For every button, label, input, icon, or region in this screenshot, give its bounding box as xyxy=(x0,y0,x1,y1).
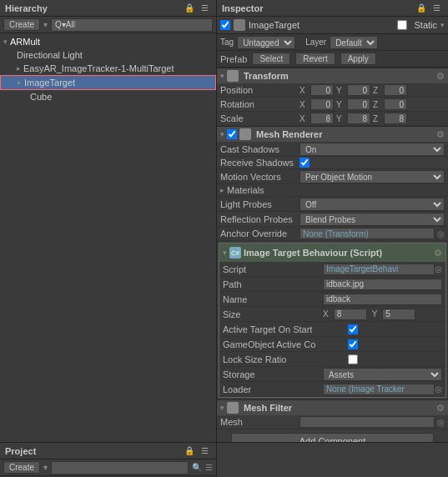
object-icon xyxy=(234,19,245,31)
revert-btn[interactable]: Revert xyxy=(295,53,335,65)
mesh-renderer-checkbox[interactable] xyxy=(227,129,237,139)
inspector-title: Inspector xyxy=(222,3,264,13)
scale-y-input[interactable] xyxy=(347,113,370,124)
loader-target-icon[interactable]: ◎ xyxy=(435,384,442,394)
rot-x-input[interactable] xyxy=(310,98,334,110)
transform-gear-icon[interactable]: ⚙ xyxy=(436,71,445,82)
static-dropdown-icon[interactable]: ▾ xyxy=(440,21,445,29)
inspector-menu-icon[interactable]: ☰ xyxy=(430,3,443,13)
anchor-override-label: Anchor Override xyxy=(220,228,300,238)
project-filter-icon[interactable]: ☰ xyxy=(205,463,213,472)
storage-dropdown[interactable]: Assets xyxy=(323,368,442,381)
reflection-probes-label: Reflection Probes xyxy=(220,214,300,224)
hier-item-image-target[interactable]: ▸ ImageTarget xyxy=(0,75,216,90)
tag-label: Tag xyxy=(220,38,234,47)
path-input[interactable] xyxy=(323,279,442,290)
hier-label-armult: ARMult xyxy=(10,37,40,47)
transform-arrow[interactable]: ▾ xyxy=(220,72,224,80)
active-target-row: Active Target On Start xyxy=(219,322,445,337)
hier-arrow-armult: ▾ xyxy=(3,38,8,46)
apply-btn[interactable]: Apply xyxy=(340,53,376,65)
active-target-label: Active Target On Start xyxy=(223,324,348,334)
scale-x-input[interactable] xyxy=(310,113,334,124)
scale-z-input[interactable] xyxy=(384,113,407,124)
mesh-filter-section: ▾ Mesh Filter ⚙ xyxy=(217,399,448,415)
project-create-arrow[interactable]: ▾ xyxy=(43,463,48,472)
anchor-target-icon[interactable]: ◎ xyxy=(437,229,445,238)
name-row: Name xyxy=(219,292,445,307)
reflection-probes-row: Reflection Probes Blend Probes xyxy=(217,212,448,227)
materials-row: ▸ Materials xyxy=(217,184,448,197)
project-title: Project xyxy=(5,446,36,456)
name-input[interactable] xyxy=(323,294,442,305)
project-create-btn[interactable]: Create xyxy=(3,461,40,474)
mesh-renderer-title: Mesh Renderer xyxy=(256,129,434,139)
pos-z-label: Z xyxy=(373,86,381,95)
scale-label: Scale xyxy=(220,113,300,123)
lock-size-row: Lock Size Ratio xyxy=(219,352,445,367)
storage-label: Storage xyxy=(223,369,323,379)
pos-x-label: X xyxy=(300,86,308,95)
static-checkbox[interactable] xyxy=(397,20,407,30)
mesh-renderer-icon xyxy=(239,128,251,140)
mesh-renderer-gear-icon[interactable]: ⚙ xyxy=(436,129,445,140)
hier-item-directional-light[interactable]: Directional Light xyxy=(0,48,216,62)
cast-shadows-dropdown[interactable]: On xyxy=(300,143,445,156)
size-row: Size X Y xyxy=(219,307,445,322)
bottom-right-area xyxy=(217,443,448,477)
project-lock-icon[interactable]: 🔒 xyxy=(182,445,197,456)
project-menu-icon[interactable]: ☰ xyxy=(199,445,211,456)
lock-size-checkbox[interactable] xyxy=(348,354,358,364)
reflection-probes-dropdown[interactable]: Blend Probes xyxy=(300,213,445,226)
receive-shadows-checkbox[interactable] xyxy=(300,158,310,168)
mesh-filter-gear-icon[interactable]: ⚙ xyxy=(436,403,445,414)
inspector-lock-icon[interactable]: 🔒 xyxy=(414,3,429,13)
script-title: Image Target Behaviour (Script) xyxy=(244,248,431,258)
gameobject-active-checkbox[interactable] xyxy=(348,339,358,349)
project-search-input[interactable] xyxy=(51,461,189,474)
hier-item-easy-ar[interactable]: ▸ EasyAR_ImageTracker-1-MultiTarget xyxy=(0,62,216,75)
hierarchy-lock-icon[interactable]: 🔒 xyxy=(182,3,197,13)
script-arrow[interactable]: ▾ xyxy=(223,249,227,257)
rot-z-input[interactable] xyxy=(384,98,407,110)
rotation-label: Rotation xyxy=(220,99,300,109)
motion-vectors-dropdown[interactable]: Per Object Motion xyxy=(300,170,445,183)
gameobject-active-label: GameObject Active Co xyxy=(223,339,348,349)
mesh-row: Mesh ◎ xyxy=(217,415,448,429)
object-enabled-checkbox[interactable] xyxy=(220,20,230,30)
cast-shadows-row: Cast Shadows On xyxy=(217,142,448,157)
pos-z-input[interactable] xyxy=(384,84,407,96)
hier-arrow-easyar: ▸ xyxy=(17,64,21,73)
mesh-target-icon[interactable]: ◎ xyxy=(437,418,445,427)
size-label: Size xyxy=(223,309,323,319)
prefab-label: Prefab xyxy=(220,54,247,64)
hier-label-imagetarget: ImageTarget xyxy=(24,78,75,88)
hierarchy-title: Hierarchy xyxy=(5,3,48,13)
light-probes-dropdown[interactable]: Off xyxy=(300,198,445,211)
materials-arrow[interactable]: ▸ xyxy=(220,186,224,194)
loader-value: None (Image Tracker xyxy=(323,384,435,395)
tag-dropdown[interactable]: Untagged xyxy=(237,36,295,49)
path-row: Path xyxy=(219,277,445,292)
pos-x-input[interactable] xyxy=(310,84,334,96)
script-target-icon[interactable]: ◎ xyxy=(435,264,442,274)
select-btn[interactable]: Select xyxy=(252,53,290,65)
size-y-input[interactable] xyxy=(382,309,415,320)
mesh-renderer-arrow[interactable]: ▾ xyxy=(220,130,224,138)
hierarchy-search-input[interactable] xyxy=(51,18,213,32)
anchor-override-row: Anchor Override None (Transform) ◎ xyxy=(217,227,448,241)
add-component-btn[interactable]: Add Component xyxy=(231,433,433,442)
mesh-filter-arrow[interactable]: ▾ xyxy=(220,404,224,412)
hierarchy-menu-icon[interactable]: ☰ xyxy=(199,3,211,13)
layer-dropdown[interactable]: Default xyxy=(330,36,378,49)
project-search-icon[interactable]: 🔍 xyxy=(192,463,202,472)
hierarchy-create-btn[interactable]: Create xyxy=(3,18,40,31)
hier-item-armult[interactable]: ▾ ARMult xyxy=(0,35,216,48)
hier-item-cube[interactable]: Cube xyxy=(0,90,216,103)
active-target-checkbox[interactable] xyxy=(348,324,358,334)
pos-y-input[interactable] xyxy=(347,84,370,96)
script-gear-icon[interactable]: ⚙ xyxy=(434,248,442,259)
rot-y-input[interactable] xyxy=(347,98,370,110)
size-x-input[interactable] xyxy=(334,309,367,320)
hier-label-cube: Cube xyxy=(30,92,52,102)
